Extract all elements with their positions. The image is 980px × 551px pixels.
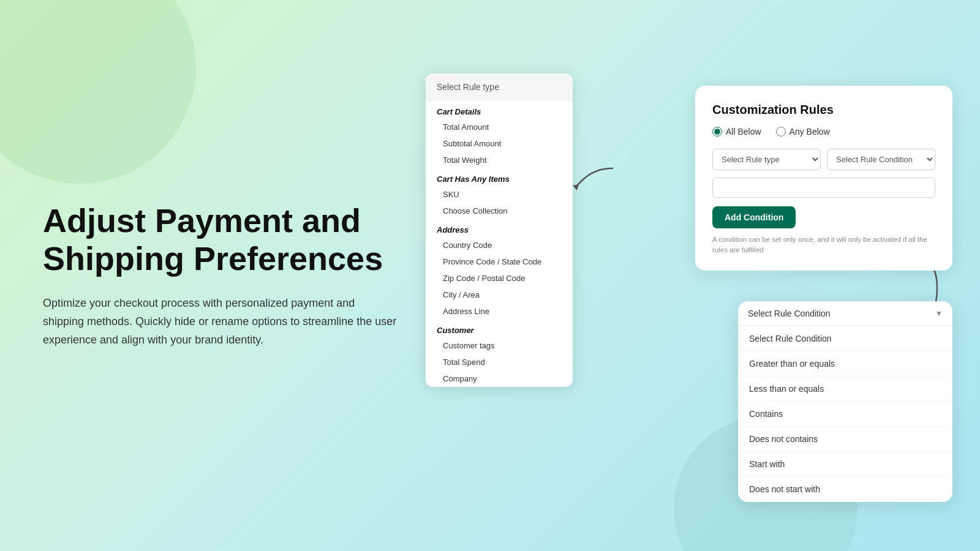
dropdown-item-total-weight[interactable]: Total Weight	[426, 152, 573, 168]
condition-option-not-contains[interactable]: Does not contains	[738, 427, 952, 452]
dropdown-item-address-line[interactable]: Address Line	[426, 303, 573, 320]
left-panel: Adjust Payment and Shipping Preferences …	[43, 201, 398, 349]
condition-select-header[interactable]: Select Rule Condition ▼	[738, 301, 952, 326]
rule-type-dropdown-card: Select Rule type Cart Details Total Amou…	[426, 73, 573, 387]
sub-description: Optimize your checkout process with pers…	[43, 295, 398, 350]
dropdown-item-subtotal-amount[interactable]: Subtotal Amount	[426, 135, 573, 152]
condition-option-contains[interactable]: Contains	[738, 402, 952, 427]
condition-option-gte[interactable]: Greater than or equals	[738, 351, 952, 377]
condition-option-lte[interactable]: Less than or equals	[738, 377, 952, 402]
condition-select-placeholder: Select Rule Condition	[748, 309, 831, 318]
dropdown-item-city-area[interactable]: City / Area	[426, 287, 573, 303]
ui-container: Select Rule type Cart Details Total Amou…	[413, 37, 965, 514]
radio-all-below-label: All Below	[726, 127, 761, 137]
condition-value-input[interactable]	[712, 178, 935, 198]
rules-card-title: Customization Rules	[712, 103, 935, 117]
dropdown-item-company[interactable]: Company	[426, 370, 573, 387]
condition-option-starts-with[interactable]: Start with	[738, 452, 952, 477]
arrow-left	[570, 162, 619, 195]
radio-all-below[interactable]: All Below	[712, 127, 761, 137]
add-condition-button[interactable]: Add Condition	[712, 206, 796, 228]
dropdown-item-sku[interactable]: SKU	[426, 186, 573, 203]
radio-any-below[interactable]: Any Below	[776, 127, 830, 137]
radio-any-below-input[interactable]	[776, 127, 786, 137]
right-panel: Select Rule type Cart Details Total Amou…	[398, 0, 980, 551]
dropdown-item-province-code[interactable]: Province Code / State Code	[426, 253, 573, 270]
dropdown-header: Select Rule type	[426, 73, 573, 101]
dropdown-item-zip-code[interactable]: Zip Code / Postal Code	[426, 270, 573, 287]
radio-any-below-label: Any Below	[790, 127, 830, 137]
section-address: Address	[426, 219, 573, 237]
select-rule-condition[interactable]: Select Rule Condition Greater than or eq…	[827, 149, 935, 170]
bg-circle-top-left	[0, 0, 196, 184]
section-cart-details: Cart Details	[426, 101, 573, 119]
section-cart-has-any-items: Cart Has Any Items	[426, 168, 573, 186]
condition-option-default[interactable]: Select Rule Condition	[738, 326, 952, 351]
chevron-down-icon: ▼	[935, 309, 943, 318]
main-heading: Adjust Payment and Shipping Preferences	[43, 201, 398, 277]
select-rule-type[interactable]: Select Rule type Total Amount Subtotal A…	[712, 149, 821, 170]
dropdown-item-total-spend[interactable]: Total Spend	[426, 354, 573, 370]
radio-all-below-input[interactable]	[712, 127, 722, 137]
radio-group: All Below Any Below	[712, 127, 935, 137]
selects-row: Select Rule type Total Amount Subtotal A…	[712, 149, 935, 170]
condition-dropdown-card: Select Rule Condition ▼ Select Rule Cond…	[738, 301, 952, 502]
condition-option-not-starts-with[interactable]: Does not start with	[738, 477, 952, 502]
hint-text: A condition can be set only once, and it…	[712, 234, 935, 256]
dropdown-item-customer-tags[interactable]: Customer tags	[426, 337, 573, 354]
dropdown-item-total-amount[interactable]: Total Amount	[426, 119, 573, 135]
dropdown-item-country-code[interactable]: Country Code	[426, 237, 573, 253]
section-customer: Customer	[426, 320, 573, 337]
dropdown-item-choose-collection[interactable]: Choose Collection	[426, 203, 573, 219]
svg-marker-0	[573, 184, 579, 190]
customization-rules-card: Customization Rules All Below Any Below …	[695, 86, 952, 271]
